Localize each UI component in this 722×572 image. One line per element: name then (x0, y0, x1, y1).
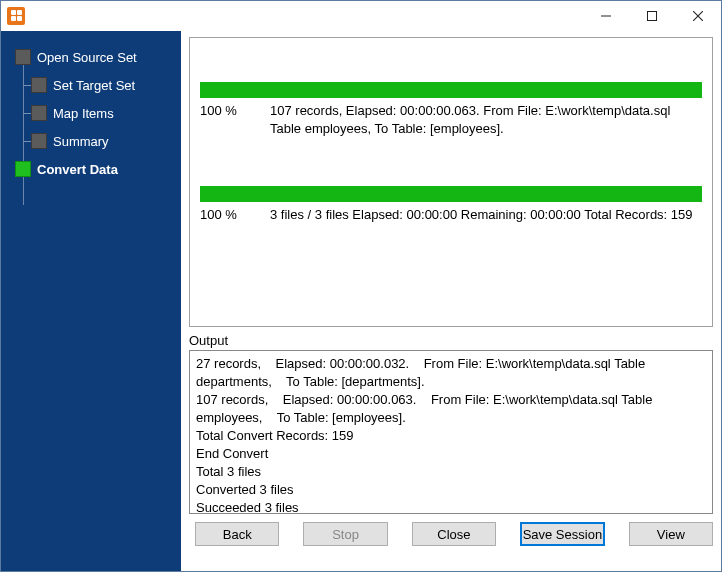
progress-percent: 100 % (200, 102, 270, 138)
app-window: Open Source Set Set Target Set Map Items… (0, 0, 722, 572)
window-controls (583, 1, 721, 31)
progress-bar-item (200, 82, 702, 98)
close-window-button[interactable] (675, 1, 721, 31)
view-button[interactable]: View (629, 522, 713, 546)
overall-progress: 100 % 3 files / 3 files Elapsed: 00:00:0… (200, 186, 702, 224)
titlebar (1, 1, 721, 31)
back-button[interactable]: Back (195, 522, 279, 546)
svg-rect-1 (648, 11, 657, 20)
progress-description: 3 files / 3 files Elapsed: 00:00:00 Rema… (270, 206, 702, 224)
output-textarea[interactable]: 27 records, Elapsed: 00:00:00.032. From … (189, 350, 713, 514)
wizard-sidebar: Open Source Set Set Target Set Map Items… (1, 31, 181, 571)
save-session-button[interactable]: Save Session (520, 522, 605, 546)
sidebar-item-label: Set Target Set (53, 78, 135, 93)
sidebar-item-convert-data[interactable]: Convert Data (1, 155, 181, 183)
output-text: 27 records, Elapsed: 00:00:00.032. From … (196, 356, 656, 514)
sidebar-item-label: Convert Data (37, 162, 118, 177)
minimize-button[interactable] (583, 1, 629, 31)
sidebar-item-label: Summary (53, 134, 109, 149)
sidebar-item-label: Open Source Set (37, 50, 137, 65)
output-label: Output (189, 333, 713, 348)
current-item-progress: 100 % 107 records, Elapsed: 00:00:00.063… (200, 82, 702, 138)
main-content: 100 % 107 records, Elapsed: 00:00:00.063… (181, 31, 721, 571)
sidebar-item-set-target-set[interactable]: Set Target Set (1, 71, 181, 99)
button-row: Back Stop Close Save Session View (189, 514, 713, 546)
sidebar-item-summary[interactable]: Summary (1, 127, 181, 155)
close-button[interactable]: Close (412, 522, 496, 546)
progress-bar-overall (200, 186, 702, 202)
app-body: Open Source Set Set Target Set Map Items… (1, 31, 721, 571)
step-node-icon (31, 105, 47, 121)
progress-percent: 100 % (200, 206, 270, 224)
step-node-icon (15, 49, 31, 65)
maximize-button[interactable] (629, 1, 675, 31)
stop-button[interactable]: Stop (303, 522, 387, 546)
sidebar-item-open-source-set[interactable]: Open Source Set (1, 43, 181, 71)
titlebar-left (1, 7, 25, 25)
sidebar-item-map-items[interactable]: Map Items (1, 99, 181, 127)
progress-row: 100 % 107 records, Elapsed: 00:00:00.063… (200, 102, 702, 138)
progress-panel: 100 % 107 records, Elapsed: 00:00:00.063… (189, 37, 713, 327)
progress-description: 107 records, Elapsed: 00:00:00.063. From… (270, 102, 702, 138)
step-node-icon (31, 133, 47, 149)
progress-row: 100 % 3 files / 3 files Elapsed: 00:00:0… (200, 206, 702, 224)
step-node-icon (15, 161, 31, 177)
app-icon (7, 7, 25, 25)
step-node-icon (31, 77, 47, 93)
sidebar-item-label: Map Items (53, 106, 114, 121)
